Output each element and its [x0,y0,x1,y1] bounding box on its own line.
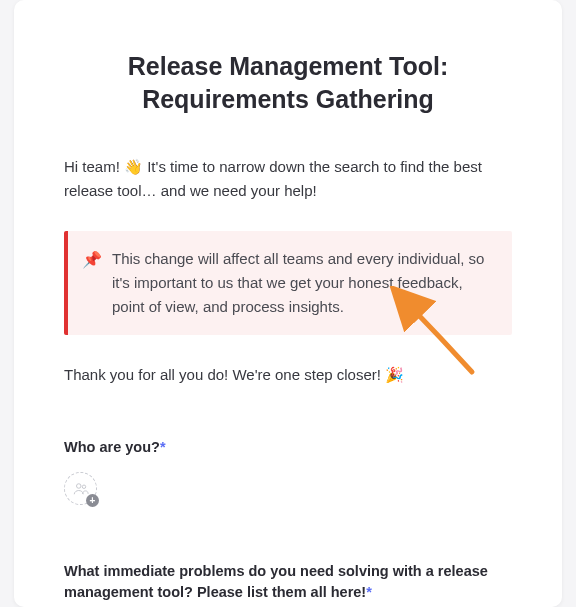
question-who-text: Who are you? [64,439,160,455]
callout-box: 📌 This change will affect all teams and … [64,231,512,335]
wave-emoji: 👋 [124,158,143,175]
question-problems-text: What immediate problems do you need solv… [64,563,488,600]
question-who: Who are you?* + [64,437,512,505]
people-picker-button[interactable]: + [64,472,97,505]
svg-point-0 [76,483,81,488]
intro-text: Hi team! 👋 It's time to narrow down the … [64,155,512,203]
people-icon [72,480,90,498]
thanks-text: Thank you for all you do! We're one step… [64,363,512,387]
question-who-label: Who are you?* [64,437,512,458]
form-card: Release Management Tool: Requirements Ga… [14,0,562,607]
pin-icon: 📌 [82,247,102,319]
page-title: Release Management Tool: Requirements Ga… [64,50,512,115]
plus-badge-icon: + [86,494,99,507]
question-problems-label: What immediate problems do you need solv… [64,561,512,603]
question-problems: What immediate problems do you need solv… [64,561,512,607]
svg-point-1 [82,485,85,488]
callout-text: This change will affect all teams and ev… [112,247,494,319]
thanks-prefix: Thank you for all you do! We're one step… [64,366,385,383]
party-emoji: 🎉 [385,366,404,383]
intro-prefix: Hi team! [64,158,124,175]
required-marker: * [366,584,372,600]
required-marker: * [160,439,166,455]
